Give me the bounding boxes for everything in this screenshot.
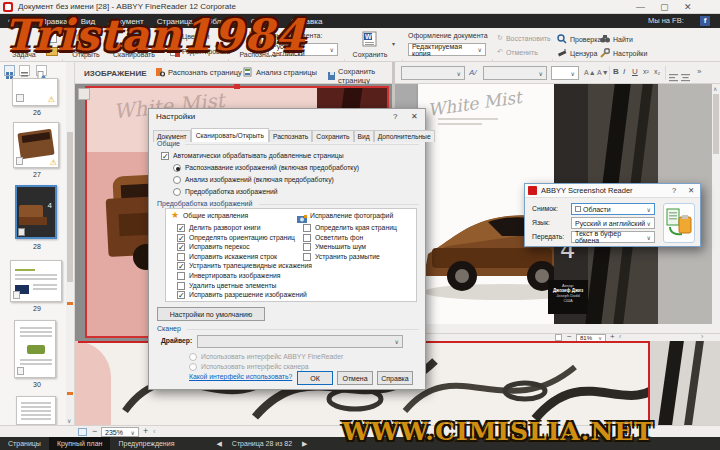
detect-edges-checkbox[interactable] [303,224,311,232]
zoom-in-button[interactable]: + [143,426,148,436]
language-select[interactable]: Русский и английский∨ [571,217,655,229]
save-button[interactable]: W Сохранить [350,31,390,58]
font-size-select[interactable]: ∨ [551,66,579,80]
minimize-button[interactable]: — [636,2,645,12]
word-doc-icon: W [361,31,379,47]
tab-pages[interactable]: Страницы [0,437,49,450]
tab-advanced[interactable]: Дополнительные [374,130,435,142]
recognize-page-button[interactable]: Распознать страницу [155,67,242,77]
auto-process-checkbox[interactable] [161,152,169,160]
toolbar-overflow-button[interactable]: » [697,67,701,76]
whiten-background-checkbox[interactable] [303,234,311,242]
radio-scanner-interface[interactable] [189,363,197,371]
settings-button[interactable]: Настройки [600,48,647,58]
censor-button[interactable]: Цензура [557,48,597,58]
facebook-icon[interactable]: f [700,16,710,26]
fit-page-icon[interactable] [555,334,562,341]
thumbnail-page-30[interactable] [14,320,56,378]
scroll-up-icon[interactable]: ∧ [713,85,717,92]
area-icon [575,206,581,212]
close-icon[interactable]: ✕ [688,186,694,195]
font-family-select[interactable]: ∨ [401,66,465,80]
zoom-level-select[interactable]: 235%∨ [101,427,139,437]
save-page-button[interactable]: Сохранить страницу [327,67,395,85]
collapse-icon[interactable]: ‹ [153,427,156,436]
undo-button[interactable]: ↶ Отменить [497,48,538,56]
fix-orientation-checkbox[interactable] [177,234,185,242]
thumbnail-page-27[interactable]: ⚠ [13,122,59,168]
capture-button[interactable] [663,203,695,243]
tab-save[interactable]: Сохранить [312,130,353,142]
thumbnail-page-28-selected[interactable]: 4 [15,185,57,239]
find-button[interactable]: Найти [600,34,633,44]
page-properties-icon[interactable] [36,65,47,76]
watermark-top: Tristan1984 [4,10,306,60]
subscript-button[interactable]: x₂ [654,68,660,75]
zoom-out-button[interactable]: − [567,332,572,341]
list-view-icon[interactable] [19,65,30,76]
driver-select[interactable]: ∨ [197,335,403,348]
italic-button[interactable]: I [623,67,625,76]
grid-view-icon[interactable] [4,65,15,76]
fix-split-pages-checkbox[interactable] [177,224,185,232]
radio-recognize-images[interactable] [173,164,181,172]
prev-page-icon[interactable]: ◀ [216,440,221,448]
which-interface-link[interactable]: Какой интерфейс использовать? [189,373,292,380]
verify-button[interactable]: Проверка [557,34,601,44]
radio-analyze-images[interactable] [173,176,181,184]
help-button[interactable]: Справка [377,371,413,385]
zoom-out-button[interactable]: − [92,426,97,436]
appearance-select[interactable]: Редактируемая копия∨ [408,43,486,56]
snapshot-select[interactable]: Области∨ [571,203,655,215]
help-icon[interactable]: ? [672,186,676,195]
defaults-button[interactable]: Настройки по умолчанию [157,307,265,321]
invert-images-checkbox[interactable] [177,272,185,280]
thumbnail-page-29[interactable] [10,260,62,302]
save-dropdown-caret[interactable]: ▾ [392,40,395,47]
send-select[interactable]: Текст в буфер обмена∨ [571,231,655,243]
fix-blur-checkbox[interactable] [303,253,311,261]
collapse-icon[interactable]: ‹ [619,333,621,340]
tab-view[interactable]: Вид [354,130,374,142]
bold-button[interactable]: B [613,67,619,76]
expand-icon[interactable]: › [701,333,703,340]
settings-dialog: Настройки ? ✕ ДокументСканировать/Открыт… [148,108,426,390]
scroll-down-icon[interactable]: ∨ [67,417,71,424]
remove-color-checkbox[interactable] [177,282,185,290]
radio-preprocess-images[interactable] [173,188,181,196]
binoculars-icon [600,34,610,44]
font-color-icon[interactable]: A/ [469,68,477,77]
tab-scan-open[interactable]: Сканировать/Открыть [191,128,269,142]
zoom-in-button[interactable]: + [610,332,615,341]
close-button[interactable]: ✕ [684,2,692,12]
thumbnail-page-26[interactable]: ⚠ [12,78,58,106]
fit-width-icon[interactable] [78,428,87,436]
fix-skew-checkbox[interactable] [177,243,185,251]
sidebar-scrollbar[interactable]: ∨ [66,62,74,425]
cancel-button[interactable]: Отмена [337,371,373,385]
increase-font-button[interactable]: A▲ [584,69,596,76]
tab-recognize[interactable]: Распознать [269,130,312,142]
fix-trapezoid-checkbox[interactable] [177,262,185,270]
underline-button[interactable]: U [632,67,638,76]
superscript-button[interactable]: x² [643,68,649,75]
text-pane-scrollbar[interactable]: ∧ [712,84,720,333]
help-icon[interactable]: ? [393,112,397,121]
restore-button[interactable]: ↻ Восстановить [497,34,551,42]
ok-button[interactable]: ОК [297,371,333,385]
tab-warnings[interactable]: Предупреждения [110,437,182,450]
radio-finereader-interface[interactable] [189,353,197,361]
reduce-noise-checkbox[interactable] [303,243,311,251]
fix-resolution-checkbox[interactable] [177,291,185,299]
analyze-page-button[interactable]: Анализ страницы [243,67,317,77]
decrease-font-button[interactable]: A▼ [597,69,609,76]
next-page-icon[interactable]: ▶ [302,440,307,448]
selection-tool-icon[interactable] [78,88,90,100]
font-style-select[interactable]: ∨ [483,66,547,80]
maximize-button[interactable]: ▢ [660,2,669,12]
close-icon[interactable]: ✕ [411,112,418,121]
tab-closeup[interactable]: Крупный план [49,437,111,450]
selection-handle[interactable] [234,84,240,89]
fix-line-distortion-checkbox[interactable] [177,253,185,261]
thumbnail-page-31[interactable] [16,396,56,425]
